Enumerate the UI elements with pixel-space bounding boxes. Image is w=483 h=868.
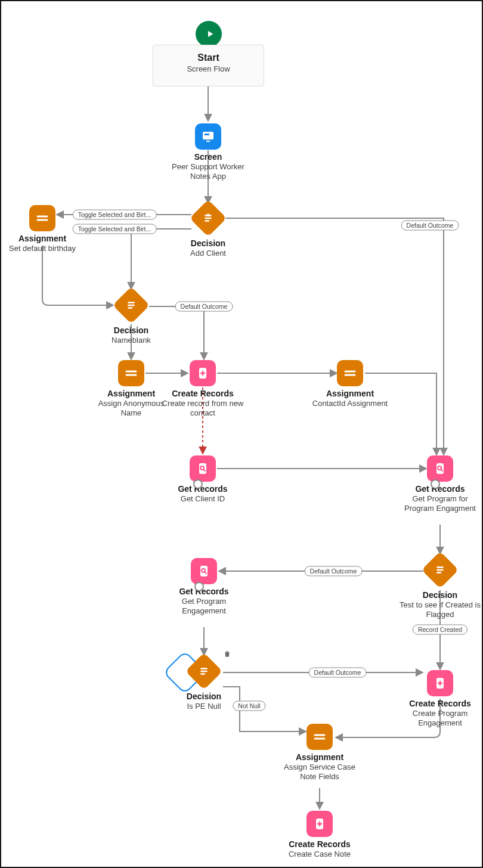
decision-title: Decision bbox=[168, 692, 240, 701]
decision-created-node[interactable]: Decision Test to see if Created is Flagg… bbox=[395, 554, 483, 620]
assignment-icon bbox=[118, 360, 144, 386]
decision-icon bbox=[113, 287, 150, 324]
decision-title: Decision bbox=[395, 590, 483, 600]
assignment-subtitle: Assign Service Case Note Fields bbox=[275, 762, 364, 782]
start-title: Start bbox=[153, 52, 264, 63]
create-records-title: Create Records bbox=[158, 389, 247, 398]
assignment-contactid-node[interactable]: Assignment ContactId Assignment bbox=[305, 360, 395, 408]
decision-penull-node[interactable]: Decision Is PE Null bbox=[168, 656, 240, 711]
assignment-title: Assignment bbox=[4, 234, 81, 243]
loop-marker-icon bbox=[194, 582, 204, 591]
get-records-icon bbox=[190, 455, 216, 482]
assignment-title: Assignment bbox=[305, 389, 395, 398]
create-records-subtitle: Create Case Note bbox=[275, 850, 364, 859]
screen-icon bbox=[195, 123, 221, 150]
connector-label[interactable]: Default Outcome bbox=[305, 566, 363, 576]
get-records-title: Get Records bbox=[161, 484, 244, 494]
assignment-icon bbox=[306, 724, 333, 750]
get-records-icon bbox=[191, 558, 217, 584]
assignment-icon bbox=[337, 360, 363, 386]
create-case-node[interactable]: Create Records Create Case Note bbox=[275, 811, 364, 859]
loop-marker-icon bbox=[193, 479, 203, 489]
get-records-subtitle: Get Client ID bbox=[161, 494, 244, 504]
get-pe-node[interactable]: Get Records Get Program Engagement bbox=[162, 558, 246, 616]
start-circle-icon[interactable] bbox=[196, 21, 222, 47]
get-records-subtitle: Get Program Engagement bbox=[162, 597, 246, 616]
screen-subtitle: Peer Support Worker Notes App bbox=[163, 162, 253, 182]
decision-title: Decision bbox=[95, 326, 167, 335]
get-clientid-node[interactable]: Get Records Get Client ID bbox=[161, 455, 244, 504]
flow-canvas: Start Screen Flow Screen Peer Support Wo… bbox=[0, 0, 483, 868]
get-records-subtitle: Get Program for Program Engagment bbox=[398, 494, 482, 514]
connector-label[interactable]: Default Outcome bbox=[309, 668, 367, 678]
decision-title: Decision bbox=[163, 238, 253, 248]
decision-add-client-node[interactable]: Decision Add Client bbox=[163, 203, 253, 258]
create-records-title: Create Records bbox=[275, 839, 364, 849]
screen-title: Screen bbox=[163, 152, 253, 162]
decision-subtitle: Nameblank bbox=[95, 336, 167, 345]
create-contact-node[interactable]: Create Records Create record from new co… bbox=[158, 360, 247, 418]
decision-subtitle: Add Client bbox=[163, 249, 253, 258]
assignment-service-node[interactable]: Assignment Assign Service Case Note Fiel… bbox=[275, 724, 364, 782]
get-records-title: Get Records bbox=[398, 484, 482, 494]
create-records-icon bbox=[427, 670, 453, 696]
assignment-birthday-node[interactable]: Assignment Set default birthday bbox=[4, 205, 81, 253]
create-records-subtitle: Create record from new contact bbox=[158, 399, 247, 418]
connector-label[interactable]: Not Null bbox=[233, 701, 265, 711]
start-node[interactable]: Start Screen Flow bbox=[153, 45, 264, 86]
assignment-subtitle: ContactId Assignment bbox=[305, 399, 395, 408]
create-records-icon bbox=[190, 360, 216, 386]
connector-label[interactable]: Default Outcome bbox=[401, 221, 459, 231]
create-records-icon bbox=[306, 811, 333, 837]
loop-marker-icon bbox=[431, 479, 440, 489]
create-records-subtitle: Create Program Engagement bbox=[398, 709, 482, 728]
screen-node[interactable]: Screen Peer Support Worker Notes App bbox=[163, 123, 253, 182]
decision-icon bbox=[190, 200, 227, 237]
connector-label[interactable]: Toggle Selected and Birt... bbox=[73, 224, 157, 234]
assignment-subtitle: Set default birthday bbox=[4, 244, 81, 253]
delete-icon[interactable] bbox=[223, 650, 231, 658]
svg-rect-1 bbox=[205, 134, 209, 135]
svg-rect-2 bbox=[206, 141, 210, 142]
decision-subtitle: Test to see if Created is Flagged bbox=[395, 600, 483, 620]
decision-nameblank-node[interactable]: Decision Nameblank bbox=[95, 290, 167, 345]
svg-rect-0 bbox=[203, 132, 213, 140]
assignment-icon bbox=[29, 205, 55, 231]
decision-icon bbox=[422, 551, 459, 588]
decision-icon bbox=[185, 653, 222, 690]
create-records-title: Create Records bbox=[398, 699, 482, 708]
get-program-pe-node[interactable]: Get Records Get Program for Program Enga… bbox=[398, 455, 482, 514]
get-records-icon bbox=[427, 455, 453, 482]
connector-label[interactable]: Record Created bbox=[413, 625, 467, 635]
assignment-title: Assignment bbox=[275, 752, 364, 762]
start-subtitle: Screen Flow bbox=[153, 64, 264, 73]
create-pe-node[interactable]: Create Records Create Program Engagement bbox=[398, 670, 482, 728]
get-records-title: Get Records bbox=[162, 587, 246, 596]
connector-label[interactable]: Toggle Selected and Birt... bbox=[73, 210, 157, 220]
decision-subtitle: Is PE Null bbox=[168, 702, 240, 711]
connector-label[interactable]: Default Outcome bbox=[175, 302, 233, 312]
